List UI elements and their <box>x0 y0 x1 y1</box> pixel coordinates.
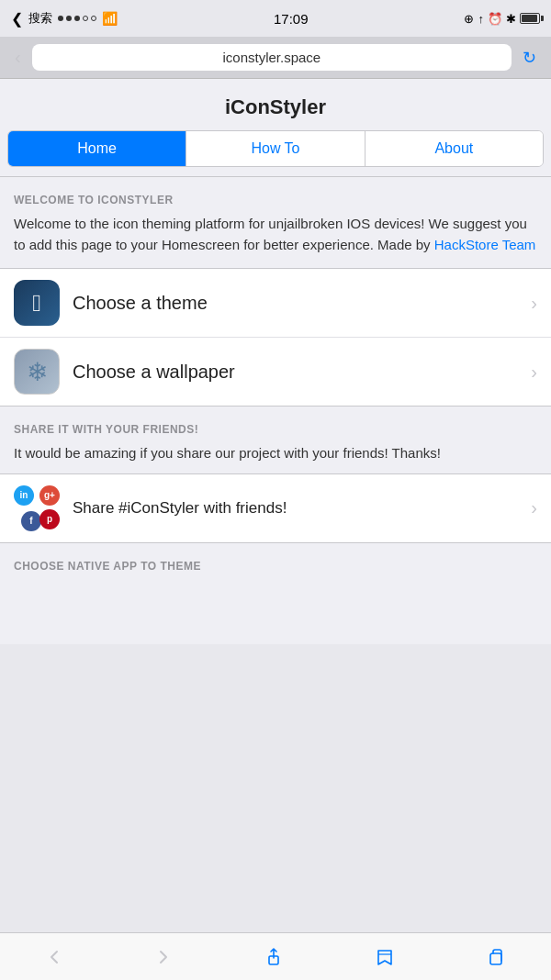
bottom-nav <box>0 932 551 980</box>
status-bar: ❮ 搜索 📶 17:09 ⊕ ↑ ⏰ ✱ <box>0 0 551 37</box>
tab-home[interactable]: Home <box>8 131 186 166</box>
wifi-icon: 📶 <box>102 11 118 26</box>
location-icon: ⊕ <box>464 12 474 26</box>
signal-dots <box>58 16 96 21</box>
apple-icon:  <box>32 289 41 317</box>
twitter-ball: in <box>14 485 34 506</box>
share-section: SHARE IT WITH YOUR FRIENDS! It would be … <box>0 406 551 473</box>
welcome-section: WELCOME TO ICONSTYLER Welcome to the ico… <box>0 177 551 268</box>
theme-list-item[interactable]:  Choose a theme › <box>0 269 551 338</box>
pinterest-ball: p <box>39 509 60 529</box>
facebook-ball: f <box>21 511 41 531</box>
share-text: It would be amazing if you share our pro… <box>14 443 537 464</box>
nav-forward-button[interactable] <box>140 941 187 974</box>
status-right: ⊕ ↑ ⏰ ✱ <box>464 12 540 26</box>
browser-bar: ‹ iconstyler.space ↻ <box>0 37 551 79</box>
url-bar[interactable]: iconstyler.space <box>32 44 512 71</box>
tab-about[interactable]: About <box>365 131 543 166</box>
bluetooth-icon: ✱ <box>506 12 516 26</box>
browser-back-button[interactable]: ‹ <box>11 47 25 68</box>
back-arrow: ❮ <box>11 10 23 28</box>
share-list: in g+ f p Share #iConStyler with friends… <box>0 473 551 543</box>
theme-icon:  <box>14 280 60 326</box>
carrier-label: 搜索 <box>28 10 52 27</box>
share-list-item[interactable]: in g+ f p Share #iConStyler with friends… <box>0 474 551 542</box>
share-chevron: › <box>531 497 537 518</box>
welcome-heading: WELCOME TO ICONSTYLER <box>14 194 537 206</box>
status-left: ❮ 搜索 📶 <box>11 10 118 28</box>
social-cluster: in g+ f p <box>14 485 60 531</box>
svg-rect-1 <box>490 953 501 964</box>
snowflake-icon: ❄ <box>27 357 48 387</box>
nav-share-button[interactable] <box>249 940 298 974</box>
theme-chevron: › <box>531 293 537 314</box>
wallpaper-list-item[interactable]: ❄ Choose a wallpaper › <box>0 338 551 406</box>
time-display: 17:09 <box>274 11 309 27</box>
native-heading: CHOOSE NATIVE APP TO THEME <box>14 560 537 573</box>
nav-back-button[interactable] <box>30 941 78 974</box>
native-section: CHOOSE NATIVE APP TO THEME <box>0 543 551 589</box>
main-content: iConStyler Home How To About WELCOME TO … <box>0 79 551 644</box>
share-label: Share #iConStyler with friends! <box>73 499 531 518</box>
google-ball: g+ <box>39 485 60 506</box>
battery-icon <box>520 13 540 24</box>
site-title: iConStyler <box>0 79 551 130</box>
nav-bookmarks-button[interactable] <box>360 940 410 974</box>
wallpaper-icon: ❄ <box>14 349 60 395</box>
url-text: iconstyler.space <box>222 50 320 65</box>
tab-howto[interactable]: How To <box>186 131 365 166</box>
refresh-button[interactable]: ↻ <box>519 48 540 68</box>
arrow-icon: ↑ <box>478 12 484 26</box>
nav-tabs: Home How To About <box>7 130 544 167</box>
main-list:  Choose a theme › ❄ Choose a wallpaper … <box>0 268 551 406</box>
share-heading: SHARE IT WITH YOUR FRIENDS! <box>14 423 537 436</box>
nav-tabs-button[interactable] <box>471 940 521 974</box>
wallpaper-chevron: › <box>531 362 537 383</box>
hackstore-link[interactable]: HackStore Team <box>434 237 536 252</box>
theme-label: Choose a theme <box>73 293 531 314</box>
wallpaper-label: Choose a wallpaper <box>73 362 531 383</box>
alarm-icon: ⏰ <box>488 12 502 26</box>
welcome-text: Welcome to the icon theming platform for… <box>14 214 537 255</box>
